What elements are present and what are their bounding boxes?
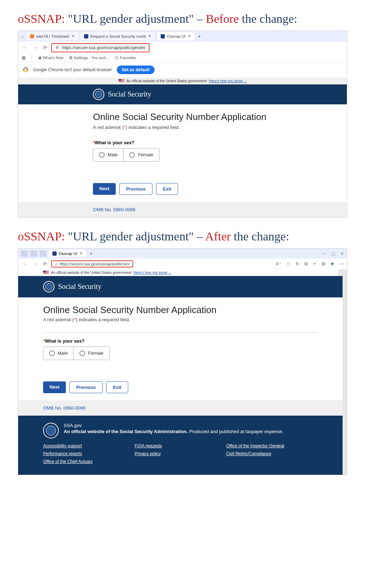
heading-before: oSSNAP: "URL gender adjustment" – Before… bbox=[0, 0, 365, 31]
previous-button[interactable]: Previous bbox=[119, 183, 152, 195]
bookmark-item[interactable]: ✿ Settings - You and... bbox=[69, 55, 109, 60]
url-highlight-box[interactable]: ⚙ https://secure.ssa.gov/ossnap/public/g… bbox=[51, 43, 150, 52]
site-settings-icon[interactable]: ⚙ bbox=[56, 45, 59, 50]
radio-option-female[interactable]: Female bbox=[124, 149, 159, 161]
browser-tab-active[interactable]: Ossnap UI ✕ bbox=[157, 32, 194, 40]
bookmark-item[interactable]: ◉ What's New bbox=[38, 55, 63, 60]
heading-prefix: oSSNAP: bbox=[18, 230, 65, 243]
set-default-button[interactable]: Set as default bbox=[117, 66, 155, 74]
favicon-icon bbox=[84, 34, 88, 38]
new-tab-button[interactable]: + bbox=[197, 33, 202, 39]
close-icon[interactable]: ✕ bbox=[148, 34, 151, 38]
heading-quote: "URL gender adjustment" – bbox=[65, 12, 206, 25]
tab-label: Ossnap UI bbox=[167, 34, 186, 38]
exit-button[interactable]: Exit bbox=[106, 381, 128, 393]
close-icon[interactable]: ✕ bbox=[79, 251, 83, 256]
footer-link[interactable]: Office of the Chief Actuary bbox=[43, 459, 135, 464]
chrome-tab-strip: ⌄ webTA | Timesheet ✕ Request a Social S… bbox=[18, 31, 347, 42]
radio-icon bbox=[99, 152, 105, 158]
history-icon[interactable]: ↻ bbox=[296, 261, 299, 267]
radio-group: Male Female bbox=[93, 148, 160, 162]
ssa-seal-icon bbox=[43, 281, 54, 292]
back-button[interactable]: ← bbox=[21, 45, 28, 50]
heading-trail: the change: bbox=[239, 12, 297, 25]
previous-button[interactable]: Previous bbox=[69, 381, 103, 393]
gov-banner: An official website of the United States… bbox=[18, 78, 347, 84]
next-button[interactable]: Next bbox=[43, 381, 66, 393]
back-button[interactable]: ← bbox=[21, 261, 28, 266]
split-screen-icon[interactable]: ⧉ bbox=[304, 261, 308, 267]
footer-domain: SSA.gov bbox=[64, 423, 283, 428]
radio-option-male[interactable]: Male bbox=[93, 149, 124, 161]
footer-link[interactable]: Performance reports bbox=[43, 451, 135, 456]
us-flag-icon bbox=[119, 79, 124, 83]
required-note: A red asterisk (*) indicates a required … bbox=[43, 317, 318, 322]
ssa-header: Social Security bbox=[18, 276, 343, 297]
shield-icon[interactable]: ❀ bbox=[330, 261, 334, 267]
heading-prefix: oSSNAP: bbox=[18, 12, 65, 25]
exit-button[interactable]: Exit bbox=[156, 183, 178, 195]
url-text: https://secure.ssa.gov/ossnap/public/gen… bbox=[62, 45, 145, 50]
more-icon[interactable]: ⋯ bbox=[339, 261, 344, 267]
footer-link[interactable]: Privacy policy bbox=[135, 451, 226, 456]
reload-button[interactable]: ⟳ bbox=[42, 261, 48, 266]
close-icon[interactable]: ✕ bbox=[72, 34, 75, 38]
chevron-down-icon[interactable]: ⌄ bbox=[21, 34, 24, 38]
ssa-brand-title: Social Security bbox=[58, 282, 101, 291]
gov-banner-link[interactable]: Here's how you know ⌄ bbox=[134, 271, 171, 275]
radio-icon bbox=[129, 152, 135, 158]
radio-option-female[interactable]: Female bbox=[74, 347, 109, 360]
gov-banner-text: An official website of the United States… bbox=[51, 271, 131, 275]
gov-banner-text: An official website of the United States… bbox=[126, 79, 207, 83]
window-controls: — ▢ ✕ bbox=[322, 251, 344, 256]
radio-icon bbox=[49, 350, 55, 356]
omb-band: OMB No. 0960-0066 bbox=[18, 400, 343, 416]
collections-icon[interactable]: ✧ bbox=[313, 261, 317, 267]
reload-button[interactable]: ⟳ bbox=[42, 45, 48, 50]
tab-label: Ossnap UI bbox=[59, 251, 77, 256]
next-button[interactable]: Next bbox=[93, 183, 116, 195]
minimize-button[interactable]: — bbox=[322, 251, 327, 256]
heading-trail: the change: bbox=[231, 230, 289, 243]
gov-banner-link[interactable]: Here's how you know ⌄ bbox=[209, 79, 247, 83]
apps-icon[interactable]: ▦ bbox=[22, 55, 26, 60]
ssa-footer-seal-icon bbox=[43, 423, 59, 438]
read-aloud-icon[interactable]: A⁺ bbox=[276, 261, 281, 267]
chrome-logo-icon bbox=[23, 67, 28, 72]
heading-before-word: Before bbox=[206, 12, 239, 25]
maximize-button[interactable]: ▢ bbox=[332, 251, 335, 256]
footer-link[interactable]: FOIA requests bbox=[135, 443, 226, 448]
url-highlight-box[interactable]: ⌂ https://secure.ssa.gov/ossnap/public/s… bbox=[51, 260, 133, 267]
edge-tab-actions-icon[interactable] bbox=[40, 250, 47, 257]
footer-link[interactable]: Accessibility support bbox=[43, 443, 135, 448]
ssa-footer: SSA.gov An official website of the Socia… bbox=[18, 416, 343, 475]
required-note: A red asterisk (*) indicates a required … bbox=[93, 125, 347, 130]
ssa-brand-title: Social Security bbox=[108, 90, 151, 98]
toolbar-controls: A⁺ ☆ ↻ ⧉ ✧ ⊞ ❀ ⋯ bbox=[276, 261, 344, 267]
site-info-icon[interactable]: ⌂ bbox=[55, 262, 57, 266]
browser-tab[interactable]: Request a Social Security numb ✕ bbox=[80, 32, 155, 40]
radio-option-male[interactable]: Male bbox=[43, 347, 74, 360]
heading-after: oSSNAP: "URL gender adjustment" – After … bbox=[0, 218, 365, 248]
ssa-seal-icon bbox=[93, 89, 104, 100]
favicon-icon bbox=[30, 34, 34, 38]
radio-icon bbox=[79, 350, 85, 356]
edge-workspaces-icon[interactable] bbox=[30, 250, 37, 257]
close-window-button[interactable]: ✕ bbox=[340, 251, 344, 256]
browser-tab[interactable]: webTA | Timesheet ✕ bbox=[26, 32, 78, 40]
omb-band: OMB No. 0960-0066 bbox=[18, 202, 347, 217]
forward-button[interactable]: → bbox=[31, 261, 39, 266]
extensions-icon[interactable]: ⊞ bbox=[322, 261, 325, 267]
default-browser-text: Google Chrome isn't your default browser bbox=[33, 67, 112, 72]
url-bar-row: ← → ⟳ ⌂ https://secure.ssa.gov/ossnap/pu… bbox=[18, 259, 347, 269]
forward-button[interactable]: → bbox=[31, 45, 39, 50]
bookmark-item[interactable]: 🗀 Favorites bbox=[115, 55, 136, 60]
default-browser-banner: Google Chrome isn't your default browser… bbox=[18, 62, 347, 78]
footer-link[interactable]: Office of the Inspector General bbox=[226, 443, 318, 448]
edge-profile-icon[interactable] bbox=[21, 250, 28, 257]
browser-tab-active[interactable]: Ossnap UI ✕ bbox=[49, 250, 86, 257]
favorite-icon[interactable]: ☆ bbox=[286, 261, 291, 267]
new-tab-button[interactable]: + bbox=[88, 251, 94, 256]
footer-link[interactable]: Civil Rights/Compliance bbox=[226, 451, 318, 456]
close-icon[interactable]: ✕ bbox=[188, 34, 191, 38]
